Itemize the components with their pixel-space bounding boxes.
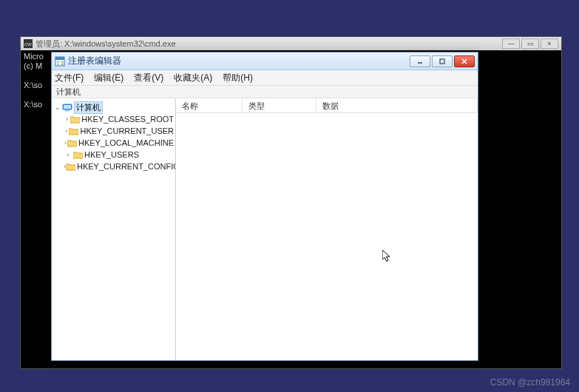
folder-icon — [66, 162, 75, 171]
folder-icon — [69, 126, 78, 135]
regedit-body: ⌄ 计算机 › HKEY_CLASSES_ROOT › HKEY_CURRENT… — [52, 98, 478, 360]
cmd-maximize-button[interactable]: ▭ — [521, 38, 539, 49]
cmd-minimize-button[interactable]: — — [502, 38, 520, 49]
tree-hive-label: HKEY_USERS — [84, 150, 139, 159]
tree-hive-label: HKEY_CLASSES_ROOT — [81, 115, 174, 124]
tree-root-label: 计算机 — [74, 101, 103, 114]
svg-rect-3 — [57, 64, 59, 65]
regedit-titlebar[interactable]: 注册表编辑器 — [52, 53, 478, 70]
tree-hive-label: HKEY_CURRENT_CONFIG — [77, 162, 176, 171]
regedit-addressbar[interactable]: 计算机 — [52, 85, 478, 98]
menu-help[interactable]: 帮助(H) — [223, 72, 253, 84]
cmd-title: 管理员: X:\windows\system32\cmd.exe — [35, 38, 176, 50]
column-name[interactable]: 名称 — [176, 98, 243, 112]
chevron-right-icon[interactable]: › — [64, 151, 72, 158]
regedit-maximize-button[interactable] — [432, 55, 453, 67]
folder-icon — [70, 115, 80, 124]
cmd-close-button[interactable]: × — [541, 38, 558, 49]
regedit-close-button[interactable] — [454, 55, 475, 67]
svg-rect-1 — [55, 57, 64, 60]
cmd-icon: cw — [24, 39, 33, 48]
regedit-menubar: 文件(F) 编辑(E) 查看(V) 收藏夹(A) 帮助(H) — [52, 70, 478, 85]
regedit-window: 注册表编辑器 文件(F) 编辑(E) 查看(V) 收藏夹(A) 帮助(H) 计算… — [51, 52, 478, 361]
column-type[interactable]: 类型 — [243, 98, 316, 112]
tree-hive[interactable]: › HKEY_CLASSES_ROOT — [64, 113, 174, 125]
regedit-icon — [55, 56, 65, 67]
svg-rect-4 — [61, 61, 64, 63]
tree-hive-label: HKEY_CURRENT_USER — [80, 126, 174, 135]
cmd-titlebar[interactable]: cw 管理员: X:\windows\system32\cmd.exe — ▭ … — [21, 37, 561, 50]
chevron-right-icon[interactable]: › — [64, 127, 69, 135]
cmd-line: Micro — [24, 52, 44, 61]
tree-hive[interactable]: › HKEY_USERS — [64, 149, 174, 160]
chevron-right-icon[interactable]: › — [64, 115, 70, 123]
menu-edit[interactable]: 编辑(E) — [94, 72, 123, 84]
regedit-title: 注册表编辑器 — [68, 55, 121, 67]
computer-icon — [62, 103, 72, 112]
regedit-list[interactable]: 名称 类型 数据 — [176, 98, 478, 360]
cmd-line: X:\so — [24, 81, 42, 89]
svg-rect-11 — [64, 105, 71, 109]
svg-rect-7 — [440, 59, 444, 64]
tree-hive[interactable]: › HKEY_LOCAL_MACHINE — [64, 137, 174, 149]
cmd-line: X:\so — [24, 100, 42, 109]
svg-rect-12 — [65, 110, 70, 112]
tree-hive[interactable]: › HKEY_CURRENT_CONFIG — [64, 160, 174, 172]
column-data[interactable]: 数据 — [316, 98, 478, 112]
folder-icon — [72, 150, 83, 159]
regedit-tree[interactable]: ⌄ 计算机 › HKEY_CLASSES_ROOT › HKEY_CURRENT… — [52, 98, 176, 360]
svg-rect-2 — [57, 61, 59, 63]
menu-file[interactable]: 文件(F) — [55, 72, 84, 84]
regedit-list-header: 名称 类型 数据 — [176, 98, 478, 113]
tree-hive[interactable]: › HKEY_CURRENT_USER — [64, 125, 174, 137]
watermark: CSDN @zch981964 — [490, 377, 570, 388]
folder-icon — [67, 138, 77, 147]
regedit-minimize-button[interactable] — [410, 55, 430, 67]
menu-view[interactable]: 查看(V) — [134, 72, 163, 84]
svg-rect-5 — [61, 64, 64, 65]
tree-root-computer[interactable]: ⌄ 计算机 — [53, 101, 174, 113]
cmd-line: (c) M — [24, 61, 42, 70]
tree-hive-label: HKEY_LOCAL_MACHINE — [78, 138, 174, 147]
chevron-down-icon[interactable]: ⌄ — [53, 104, 62, 111]
menu-favorites[interactable]: 收藏夹(A) — [174, 72, 212, 84]
